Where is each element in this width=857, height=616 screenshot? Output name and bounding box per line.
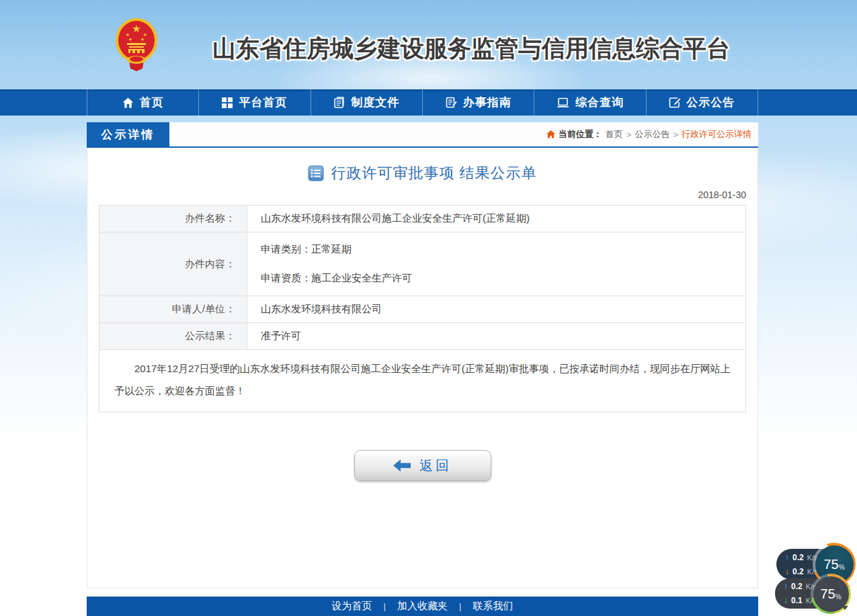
nav-label: 公示公告 (686, 95, 735, 110)
svg-text:★: ★ (128, 37, 132, 42)
national-emblem-logo: ★ ★ ★ ★ ★ (114, 17, 159, 71)
row-label: 申请人/单位： (99, 296, 247, 323)
table-row: 办件名称： 山东水发环境科技有限公司施工企业安全生产许可(正常延期) (99, 206, 746, 232)
footer-separator: | (384, 601, 386, 611)
table-row: 申请人/单位： 山东水发环境科技有限公司 (99, 296, 746, 323)
article-date: 2018-01-30 (87, 189, 746, 200)
row-label: 办件名称： (99, 206, 247, 232)
site-title: 山东省住房城乡建设服务监管与信用信息综合平台 (212, 33, 730, 64)
row-value: 山东水发环境科技有限公司施工企业安全生产许可(正常延期) (247, 206, 746, 232)
nav-label: 综合查询 (575, 95, 624, 110)
footer-link-set-homepage[interactable]: 设为首页 (332, 600, 372, 613)
grid-icon (222, 97, 233, 108)
svg-text:★: ★ (143, 32, 147, 37)
dropdown-triangle-icon[interactable] (842, 606, 848, 610)
monitor-icon (557, 97, 569, 108)
up-arrow-icon: ↑ (785, 553, 789, 562)
main-nav: 首页 平台首页 制度文件 办事指南 综合查询 (0, 89, 857, 116)
footer-link-contact-us[interactable]: 联系我们 (473, 600, 513, 613)
announce-icon (669, 97, 680, 108)
upload-speed-value: 0.2 (792, 553, 804, 562)
percent-value: 75 (823, 557, 838, 572)
tab-announcement-detail[interactable]: 公示详情 (87, 122, 169, 146)
guide-icon (446, 97, 457, 108)
row-value: 山东水发环境科技有限公司 (247, 296, 746, 323)
row-value: 申请类别：正常延期 申请资质：施工企业安全生产许可 (247, 232, 746, 296)
nav-item-platform-home[interactable]: 平台首页 (199, 89, 311, 116)
table-row-summary: 2017年12月27日受理的山东水发环境科技有限公司施工企业安全生产许可(正常延… (99, 350, 746, 412)
breadcrumb-separator: > (626, 130, 632, 140)
nav-label: 首页 (140, 95, 164, 110)
net-speed-widget: ↑ 0.2 K/s ↓ 0.2 K/s 75 % ↑ 0.2 K/s ↓ 0.1… (772, 541, 857, 616)
footer-separator: | (459, 601, 461, 611)
percent-value: 75 (820, 586, 835, 602)
table-row: 办件内容： 申请类别：正常延期 申请资质：施工企业安全生产许可 (99, 232, 746, 296)
summary-cell: 2017年12月27日受理的山东水发环境科技有限公司施工企业安全生产许可(正常延… (99, 350, 746, 412)
home-icon (122, 97, 134, 108)
detail-table: 办件名称： 山东水发环境科技有限公司施工企业安全生产许可(正常延期) 办件内容：… (99, 205, 746, 412)
percent-unit: % (839, 564, 845, 571)
breadcrumb-current[interactable]: 行政许可公示详情 (682, 128, 751, 140)
back-button[interactable]: 返回 (354, 450, 491, 481)
row-value: 准予许可 (247, 323, 746, 350)
download-speed-value: 0.1 (791, 596, 803, 605)
row-label: 办件内容： (99, 232, 247, 296)
breadcrumb-link-announcements[interactable]: 公示公告 (635, 128, 669, 140)
svg-text:★: ★ (140, 37, 145, 42)
tab-bar: 公示详情 当前位置： 首页 > 公示公告 > 行政许可公示详情 (87, 122, 758, 148)
breadcrumb-link-home[interactable]: 首页 (606, 128, 623, 140)
nav-label: 制度文件 (351, 95, 399, 110)
download-speed-value: 0.2 (792, 567, 804, 576)
breadcrumb-prefix: 当前位置： (559, 128, 602, 140)
nav-item-policy-documents[interactable]: 制度文件 (311, 89, 423, 116)
row-value-line: 申请资质：施工企业安全生产许可 (261, 260, 737, 289)
breadcrumb: 当前位置： 首页 > 公示公告 > 行政许可公示详情 (546, 122, 758, 146)
table-row: 公示结果： 准予许可 (99, 323, 746, 350)
nav-item-home[interactable]: 首页 (87, 89, 199, 116)
back-button-label: 返回 (419, 457, 452, 475)
row-value-line: 申请类别：正常延期 (261, 239, 737, 260)
summary-text: 2017年12月27日受理的山东水发环境科技有限公司施工企业安全生产许可(正常延… (114, 357, 732, 402)
percent-unit: % (835, 593, 842, 601)
upload-speed-value: 0.2 (791, 582, 803, 591)
nav-item-service-guide[interactable]: 办事指南 (423, 89, 534, 116)
down-arrow-icon: ↓ (784, 596, 788, 605)
back-arrow-icon (393, 459, 411, 472)
nav-item-comprehensive-query[interactable]: 综合查询 (534, 89, 646, 116)
down-arrow-icon: ↓ (785, 567, 789, 576)
breadcrumb-separator: > (673, 130, 678, 140)
nav-item-public-announcements[interactable]: 公示公告 (647, 89, 758, 116)
list-icon (308, 165, 324, 181)
up-arrow-icon: ↑ (784, 582, 788, 591)
row-label: 公示结果： (99, 323, 247, 350)
breadcrumb-home-icon (546, 130, 555, 138)
article-title: 行政许可审批事项 结果公示单 (331, 163, 536, 183)
svg-text:★: ★ (126, 32, 130, 37)
nav-label: 办事指南 (463, 95, 512, 110)
article-title-row: 行政许可审批事项 结果公示单 (87, 163, 758, 183)
nav-label: 平台首页 (239, 95, 287, 110)
footer: 设为首页 | 加入收藏夹 | 联系我们 (87, 597, 758, 616)
document-icon (333, 97, 345, 108)
svg-text:★: ★ (132, 23, 140, 34)
footer-link-add-favorites[interactable]: 加入收藏夹 (397, 600, 448, 613)
content-panel: 公示详情 当前位置： 首页 > 公示公告 > 行政许可公示详情 行政许可审批事项… (87, 122, 758, 588)
